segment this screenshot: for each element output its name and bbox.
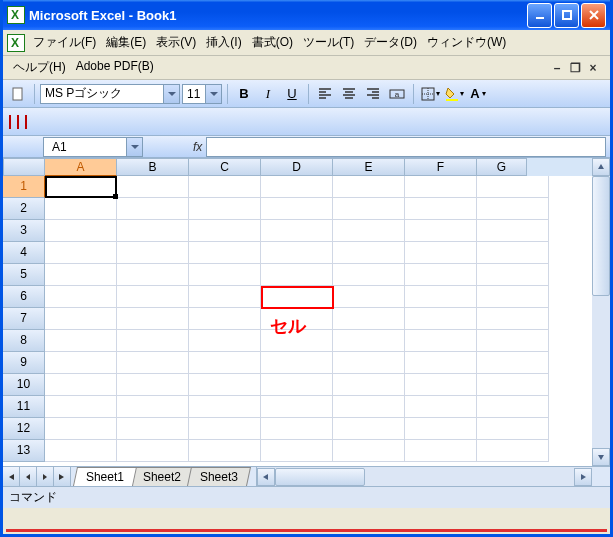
scroll-track[interactable]	[592, 176, 610, 448]
menu-format[interactable]: 書式(O)	[252, 34, 293, 51]
close-button[interactable]	[581, 3, 606, 28]
row-header[interactable]: 2	[3, 198, 45, 220]
tab-last-button[interactable]	[54, 467, 71, 486]
scroll-thumb[interactable]	[592, 176, 610, 296]
tab-first-button[interactable]	[3, 467, 20, 486]
menu-help[interactable]: ヘルプ(H)	[13, 59, 66, 76]
row-header[interactable]: 7	[3, 308, 45, 330]
fx-label[interactable]: fx	[193, 140, 202, 154]
separator	[227, 84, 228, 104]
row-header[interactable]: 6	[3, 286, 45, 308]
font-name-select[interactable]: MS Pゴシック	[40, 84, 180, 104]
row-header[interactable]: 10	[3, 374, 45, 396]
app-window: Microsoft Excel - Book1 ファイル(F) 編集(E) 表示…	[0, 0, 613, 537]
font-size-value: 11	[187, 87, 200, 101]
align-right-button[interactable]	[362, 83, 384, 105]
titlebar: Microsoft Excel - Book1	[3, 0, 610, 30]
inner-restore-button[interactable]: ❐	[568, 61, 582, 75]
column-header[interactable]: G	[477, 158, 527, 176]
menu-insert[interactable]: 挿入(I)	[206, 34, 241, 51]
menubar: ファイル(F) 編集(E) 表示(V) 挿入(I) 書式(O) ツール(T) デ…	[3, 30, 610, 56]
row-header[interactable]: 1	[3, 176, 45, 198]
fill-color-button[interactable]: ▾	[443, 83, 465, 105]
vertical-scrollbar[interactable]	[592, 158, 610, 466]
row-header[interactable]: 12	[3, 418, 45, 440]
formula-input[interactable]	[206, 137, 606, 157]
separator	[413, 84, 414, 104]
bold-button[interactable]: B	[233, 83, 255, 105]
menu-data[interactable]: データ(D)	[364, 34, 417, 51]
column-header[interactable]: F	[405, 158, 477, 176]
tab-prev-button[interactable]	[20, 467, 37, 486]
inner-minimize-button[interactable]: –	[550, 61, 564, 75]
column-header[interactable]: C	[189, 158, 261, 176]
workbook-icon	[7, 34, 25, 52]
column-header[interactable]: E	[333, 158, 405, 176]
merge-center-button[interactable]: a	[386, 83, 408, 105]
menu-tools[interactable]: ツール(T)	[303, 34, 354, 51]
borders-button[interactable]: ▾	[419, 83, 441, 105]
cells[interactable]: セル	[45, 176, 610, 466]
font-size-select[interactable]: 11	[182, 84, 222, 104]
scroll-down-button[interactable]	[592, 448, 610, 466]
scroll-left-button[interactable]	[257, 468, 275, 486]
menu-view[interactable]: 表示(V)	[156, 34, 196, 51]
scroll-thumb[interactable]	[275, 468, 365, 486]
align-left-button[interactable]	[314, 83, 336, 105]
svg-text:a: a	[395, 90, 400, 99]
menu-edit[interactable]: 編集(E)	[106, 34, 146, 51]
pdf-toolbar	[3, 108, 610, 136]
name-box[interactable]: A1	[43, 137, 143, 157]
sheet-tabs: Sheet1 Sheet2 Sheet3	[73, 467, 246, 486]
column-header[interactable]: B	[117, 158, 189, 176]
separator	[34, 84, 35, 104]
inner-close-button[interactable]: ×	[586, 61, 600, 75]
sheet-tab[interactable]: Sheet1	[73, 467, 137, 486]
menu-list: ファイル(F) 編集(E) 表示(V) 挿入(I) 書式(O) ツール(T) デ…	[33, 34, 506, 51]
pdf-icon	[17, 115, 19, 129]
scroll-track[interactable]	[275, 468, 574, 486]
column-header[interactable]: A	[45, 158, 117, 176]
row-header[interactable]: 4	[3, 242, 45, 264]
align-center-button[interactable]	[338, 83, 360, 105]
sheet-tab[interactable]: Sheet2	[130, 467, 194, 486]
pdf-convert-button[interactable]	[9, 116, 11, 128]
row-header[interactable]: 5	[3, 264, 45, 286]
svg-rect-1	[563, 11, 571, 19]
row-header[interactable]: 8	[3, 330, 45, 352]
maximize-button[interactable]	[554, 3, 579, 28]
font-color-button[interactable]: A▾	[467, 83, 489, 105]
row-header[interactable]: 13	[3, 440, 45, 462]
annotation-label: セル	[270, 314, 306, 338]
pdf-email-button[interactable]	[17, 116, 19, 128]
new-button[interactable]	[7, 83, 29, 105]
status-bar: コマンド	[3, 486, 610, 508]
column-headers: A B C D E F G	[3, 158, 610, 176]
menu-file[interactable]: ファイル(F)	[33, 34, 96, 51]
italic-button[interactable]: I	[257, 83, 279, 105]
svg-marker-11	[263, 474, 268, 480]
chevron-down-icon	[126, 138, 142, 156]
menu-window[interactable]: ウィンドウ(W)	[427, 34, 506, 51]
tab-next-button[interactable]	[37, 467, 54, 486]
row-header[interactable]: 3	[3, 220, 45, 242]
horizontal-scrollbar[interactable]	[256, 467, 592, 486]
chevron-down-icon	[163, 85, 179, 103]
row-header[interactable]: 9	[3, 352, 45, 374]
sheet-tab[interactable]: Sheet3	[187, 467, 251, 486]
minimize-button[interactable]	[527, 3, 552, 28]
pdf-icon	[25, 115, 27, 129]
scroll-up-button[interactable]	[592, 158, 610, 176]
font-name-value: MS Pゴシック	[45, 85, 122, 102]
svg-marker-10	[598, 455, 604, 460]
menubar-row2: ヘルプ(H) Adobe PDF(B) – ❐ ×	[3, 56, 610, 80]
sheet-tab-bar: Sheet1 Sheet2 Sheet3	[3, 466, 610, 486]
scroll-right-button[interactable]	[574, 468, 592, 486]
row-header[interactable]: 11	[3, 396, 45, 418]
column-header[interactable]: D	[261, 158, 333, 176]
menu-adobe-pdf[interactable]: Adobe PDF(B)	[76, 59, 154, 76]
pdf-review-button[interactable]	[25, 116, 27, 128]
select-all-corner[interactable]	[3, 158, 45, 176]
formatting-toolbar: MS Pゴシック 11 B I U a ▾ ▾ A▾	[3, 80, 610, 108]
underline-button[interactable]: U	[281, 83, 303, 105]
